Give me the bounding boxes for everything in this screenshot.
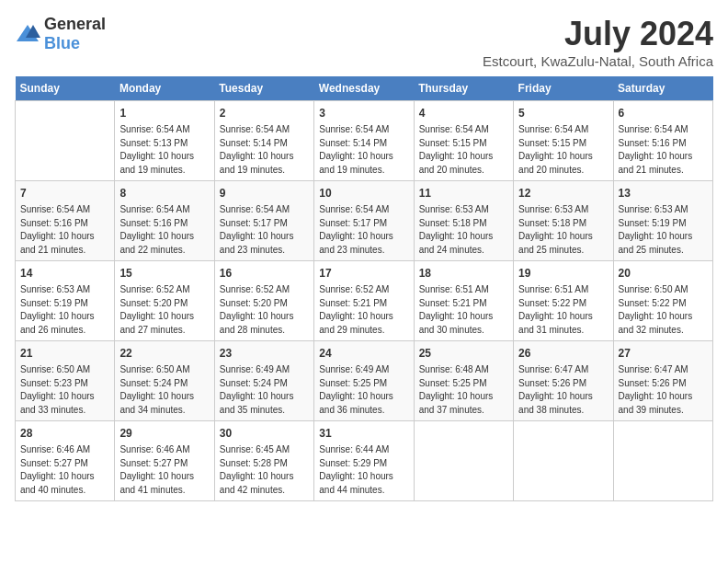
day-info: Sunrise: 6:46 AM Sunset: 5:27 PM Dayligh… [119,443,209,497]
day-number: 4 [419,105,508,121]
weekday-header-tuesday: Tuesday [214,76,313,101]
day-info: Sunrise: 6:47 AM Sunset: 5:26 PM Dayligh… [619,363,708,417]
day-info: Sunrise: 6:52 AM Sunset: 5:20 PM Dayligh… [220,283,309,337]
calendar-week-row: 1Sunrise: 6:54 AM Sunset: 5:13 PM Daylig… [16,101,713,181]
calendar-cell: 11Sunrise: 6:53 AM Sunset: 5:18 PM Dayli… [414,181,513,261]
logo: General Blue [15,15,106,53]
calendar-cell: 3Sunrise: 6:54 AM Sunset: 5:14 PM Daylig… [314,101,414,181]
calendar-cell [414,421,513,501]
weekday-header-friday: Friday [514,76,613,101]
day-info: Sunrise: 6:52 AM Sunset: 5:21 PM Dayligh… [319,283,408,337]
calendar-cell: 12Sunrise: 6:53 AM Sunset: 5:18 PM Dayli… [514,181,613,261]
day-info: Sunrise: 6:53 AM Sunset: 5:18 PM Dayligh… [419,203,508,257]
day-info: Sunrise: 6:54 AM Sunset: 5:14 PM Dayligh… [319,123,408,177]
day-info: Sunrise: 6:54 AM Sunset: 5:13 PM Dayligh… [119,123,209,177]
day-info: Sunrise: 6:50 AM Sunset: 5:24 PM Dayligh… [119,363,209,417]
day-number: 9 [220,185,309,201]
day-info: Sunrise: 6:54 AM Sunset: 5:14 PM Dayligh… [220,123,309,177]
day-info: Sunrise: 6:45 AM Sunset: 5:28 PM Dayligh… [220,443,309,497]
day-info: Sunrise: 6:50 AM Sunset: 5:22 PM Dayligh… [619,283,708,337]
day-info: Sunrise: 6:51 AM Sunset: 5:22 PM Dayligh… [518,283,608,337]
weekday-header-sunday: Sunday [16,76,115,101]
calendar-cell: 13Sunrise: 6:53 AM Sunset: 5:19 PM Dayli… [613,181,712,261]
calendar-cell: 24Sunrise: 6:49 AM Sunset: 5:25 PM Dayli… [314,341,414,421]
calendar-cell [16,101,115,181]
day-number: 25 [419,345,508,362]
calendar-cell: 8Sunrise: 6:54 AM Sunset: 5:16 PM Daylig… [115,181,214,261]
day-number: 8 [119,185,209,201]
day-number: 18 [419,265,508,282]
calendar-cell [514,421,613,501]
day-number: 17 [319,265,408,282]
day-number: 11 [419,185,508,201]
day-info: Sunrise: 6:49 AM Sunset: 5:24 PM Dayligh… [220,363,309,417]
day-number: 26 [518,345,608,362]
calendar-cell: 10Sunrise: 6:54 AM Sunset: 5:17 PM Dayli… [314,181,414,261]
calendar-cell: 4Sunrise: 6:54 AM Sunset: 5:15 PM Daylig… [414,101,513,181]
calendar-week-row: 28Sunrise: 6:46 AM Sunset: 5:27 PM Dayli… [16,421,713,501]
calendar-cell: 2Sunrise: 6:54 AM Sunset: 5:14 PM Daylig… [214,101,313,181]
day-info: Sunrise: 6:54 AM Sunset: 5:15 PM Dayligh… [518,123,608,177]
calendar-cell: 21Sunrise: 6:50 AM Sunset: 5:23 PM Dayli… [16,341,115,421]
day-info: Sunrise: 6:44 AM Sunset: 5:29 PM Dayligh… [319,443,408,497]
day-number: 10 [319,185,408,201]
logo-general: General [44,15,106,33]
day-number: 24 [319,345,408,362]
calendar-cell: 20Sunrise: 6:50 AM Sunset: 5:22 PM Dayli… [613,261,712,341]
day-number: 27 [619,345,708,362]
logo-blue: Blue [44,34,80,52]
day-info: Sunrise: 6:46 AM Sunset: 5:27 PM Dayligh… [20,443,109,497]
day-number: 16 [220,265,309,282]
calendar-cell: 15Sunrise: 6:52 AM Sunset: 5:20 PM Dayli… [115,261,214,341]
calendar-week-row: 14Sunrise: 6:53 AM Sunset: 5:19 PM Dayli… [16,261,713,341]
calendar-cell: 7Sunrise: 6:54 AM Sunset: 5:16 PM Daylig… [16,181,115,261]
day-info: Sunrise: 6:54 AM Sunset: 5:16 PM Dayligh… [619,123,708,177]
day-info: Sunrise: 6:51 AM Sunset: 5:21 PM Dayligh… [419,283,508,337]
day-number: 6 [619,105,708,121]
day-number: 23 [220,345,309,362]
day-number: 15 [119,265,209,282]
day-info: Sunrise: 6:54 AM Sunset: 5:15 PM Dayligh… [419,123,508,177]
title-block: July 2024 Estcourt, KwaZulu-Natal, South… [483,15,713,69]
calendar-cell: 18Sunrise: 6:51 AM Sunset: 5:21 PM Dayli… [414,261,513,341]
calendar-cell: 27Sunrise: 6:47 AM Sunset: 5:26 PM Dayli… [613,341,712,421]
day-info: Sunrise: 6:53 AM Sunset: 5:19 PM Dayligh… [619,203,708,257]
day-number: 22 [119,345,209,362]
page-title: July 2024 [483,15,713,53]
day-number: 19 [518,265,608,282]
calendar-cell: 9Sunrise: 6:54 AM Sunset: 5:17 PM Daylig… [214,181,313,261]
day-info: Sunrise: 6:48 AM Sunset: 5:25 PM Dayligh… [419,363,508,417]
day-number: 20 [619,265,708,282]
weekday-header-saturday: Saturday [613,76,712,101]
weekday-header-thursday: Thursday [414,76,513,101]
calendar-cell: 5Sunrise: 6:54 AM Sunset: 5:15 PM Daylig… [514,101,613,181]
day-info: Sunrise: 6:53 AM Sunset: 5:19 PM Dayligh… [20,283,109,337]
page-subtitle: Estcourt, KwaZulu-Natal, South Africa [483,53,713,69]
calendar-cell: 17Sunrise: 6:52 AM Sunset: 5:21 PM Dayli… [314,261,414,341]
day-info: Sunrise: 6:52 AM Sunset: 5:20 PM Dayligh… [119,283,209,337]
day-number: 12 [518,185,608,201]
day-number: 5 [518,105,608,121]
day-info: Sunrise: 6:54 AM Sunset: 5:17 PM Dayligh… [220,203,309,257]
calendar-cell: 29Sunrise: 6:46 AM Sunset: 5:27 PM Dayli… [115,421,214,501]
day-info: Sunrise: 6:54 AM Sunset: 5:16 PM Dayligh… [20,203,109,257]
day-info: Sunrise: 6:50 AM Sunset: 5:23 PM Dayligh… [20,363,109,417]
day-number: 28 [20,425,109,442]
calendar-cell: 30Sunrise: 6:45 AM Sunset: 5:28 PM Dayli… [214,421,313,501]
calendar-week-row: 7Sunrise: 6:54 AM Sunset: 5:16 PM Daylig… [16,181,713,261]
calendar-cell: 19Sunrise: 6:51 AM Sunset: 5:22 PM Dayli… [514,261,613,341]
day-number: 14 [20,265,109,282]
calendar-cell: 22Sunrise: 6:50 AM Sunset: 5:24 PM Dayli… [115,341,214,421]
calendar-cell [613,421,712,501]
day-number: 1 [119,105,209,121]
day-number: 13 [619,185,708,201]
calendar-week-row: 21Sunrise: 6:50 AM Sunset: 5:23 PM Dayli… [16,341,713,421]
day-number: 3 [319,105,408,121]
calendar-cell: 26Sunrise: 6:47 AM Sunset: 5:26 PM Dayli… [514,341,613,421]
calendar-cell: 16Sunrise: 6:52 AM Sunset: 5:20 PM Dayli… [214,261,313,341]
logo-icon [15,23,40,45]
day-info: Sunrise: 6:47 AM Sunset: 5:26 PM Dayligh… [518,363,608,417]
calendar-cell: 23Sunrise: 6:49 AM Sunset: 5:24 PM Dayli… [214,341,313,421]
day-number: 30 [220,425,309,442]
weekday-header-monday: Monday [115,76,214,101]
